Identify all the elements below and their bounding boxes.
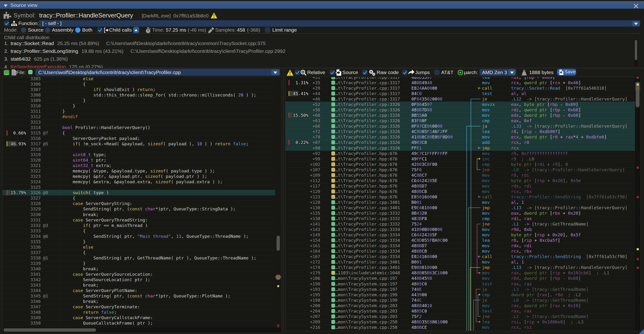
source-location-square[interactable]	[331, 227, 335, 231]
source-location-square[interactable]	[331, 298, 335, 302]
asm-source-location[interactable]: …t\TracyProfiler.cpp:3332	[335, 221, 400, 227]
sample-annotation[interactable]: @6	[43, 233, 48, 239]
sample-annotation[interactable]: @3	[43, 223, 48, 228]
sample-annotation[interactable]: @1	[43, 255, 48, 261]
source-location-square[interactable]	[331, 77, 335, 79]
source-location-square[interactable]	[331, 315, 335, 319]
asm-source-location[interactable]: …t\TracyProfiler.cpp:3334	[335, 254, 400, 259]
source-location-square[interactable]	[331, 244, 335, 248]
source-line-row[interactable]: 3338@1 SendString( ptr, GetThreadName( p…	[2, 255, 275, 261]
source-location-square[interactable]	[331, 260, 335, 264]
mode-radio-source-label[interactable]: Source	[28, 27, 44, 33]
child-call-item[interactable]: 4.KeSynchronizeExecution125 µs (0.27%)	[0, 64, 628, 68]
assembly-vertical-scrollbar[interactable]	[635, 77, 640, 331]
source-location-square[interactable]	[331, 113, 335, 117]
source-label[interactable]: Source	[342, 70, 358, 75]
source-line-row[interactable]: 3307 if( shouldExit ) return;	[2, 87, 275, 92]
child-call-name[interactable]: stat64i32625 µs (1.36%)	[11, 56, 68, 62]
function-combo[interactable]: [ - self - ]	[39, 20, 640, 27]
asm-source-location[interactable]: …t\TracyProfiler.cpp:3334	[335, 243, 400, 248]
asm-source-location[interactable]: …t\TracyProfiler.cpp:3332	[335, 210, 400, 216]
source-line-row[interactable]: 3310 }	[2, 103, 275, 109]
source-location-square[interactable]	[331, 81, 335, 85]
asm-source-location[interactable]: …t\TracyProfiler.hpp:676	[335, 156, 398, 162]
source-checkbox[interactable]	[330, 70, 335, 75]
source-location-square[interactable]	[331, 216, 335, 220]
source-vertical-scrollbar[interactable]	[275, 77, 281, 327]
asm-source-location[interactable]: …t\TracyProfiler.hpp:676	[335, 178, 398, 183]
asm-source-location[interactable]: …t\TracyProfiler.cpp:3334	[335, 227, 400, 232]
mode-radio-source[interactable]	[21, 27, 26, 33]
source-location-square[interactable]	[331, 168, 335, 172]
source-location-square[interactable]	[331, 255, 335, 259]
jumps-label[interactable]: Jumps	[415, 70, 430, 75]
asm-source-location[interactable]: …t\TracyProfiler.cpp:3401	[335, 265, 400, 270]
asm-source-location[interactable]: …t\TracyProfiler.cpp:3326	[335, 118, 400, 123]
source-location-square[interactable]	[331, 178, 335, 182]
source-location-square[interactable]	[331, 195, 335, 199]
close-icon[interactable]	[633, 3, 638, 9]
asm-source-location[interactable]: …t\TracyProfiler.cpp:3317	[335, 85, 400, 91]
source-line-row[interactable]: 3341 case ServerQuerySourceLocation:	[2, 272, 275, 277]
source-location-square[interactable]	[331, 86, 335, 90]
collapse-up-button[interactable]	[133, 27, 139, 33]
asm-source-location[interactable]: …1103\include\atomic:1048	[335, 270, 400, 276]
mode-radio-both[interactable]	[75, 27, 80, 33]
rawcode-label[interactable]: Raw code	[377, 70, 399, 75]
source-line-row[interactable]: 3305 else	[2, 77, 275, 81]
asm-source-location[interactable]: …t\TracyProfiler.cpp:3401	[335, 205, 400, 210]
source-line-row[interactable]: 3342 SendSourceLocation( ptr );	[2, 277, 275, 282]
source-location-square[interactable]	[331, 162, 335, 166]
mode-radio-assembly[interactable]	[45, 27, 50, 33]
asm-source-location[interactable]: …t\TracyProfiler.cpp:3317	[335, 80, 400, 85]
source-line-row[interactable]: 3331 case ServerQueryThreadString:	[2, 217, 275, 223]
asm-source-location[interactable]: …t\TracyProfiler.cpp:3317	[335, 91, 400, 96]
uarch-combo[interactable]: AMD Zen 3	[480, 69, 516, 76]
asm-source-location[interactable]: …t\TracyProfiler.cpp:3326	[335, 145, 400, 151]
source-line-row[interactable]: 3333 {	[2, 228, 275, 233]
asm-source-location[interactable]: …t\TracyProfiler.cpp:3332	[335, 216, 400, 221]
att-label[interactable]: AT&T	[441, 70, 454, 75]
asm-source-location[interactable]: …mon\TracySystem.cpp:203	[335, 308, 398, 314]
source-horizontal-scrollbar[interactable]	[3, 328, 281, 332]
source-line-row[interactable]: 3311}	[2, 109, 275, 114]
source-line-row[interactable]: 3325	[2, 184, 275, 190]
asm-source-location[interactable]: …t\TracyProfiler.cpp:3334	[335, 248, 400, 254]
limit-range-checkbox[interactable]	[265, 27, 270, 32]
source-location-square[interactable]	[331, 184, 335, 188]
asm-source-location[interactable]: …t\TracyProfiler.cpp:3334	[335, 238, 400, 243]
relative-label[interactable]: Relative	[307, 70, 325, 75]
source-line-row[interactable]: 3334@6 SendString( ptr, "Main thread", 1…	[2, 233, 275, 239]
asm-source-location[interactable]: …mon\TracySystem.cpp:199	[335, 298, 398, 303]
child-calls-label[interactable]: Child calls	[109, 27, 132, 33]
asm-source-location[interactable]: …t\TracyProfiler.hpp:676	[335, 162, 398, 167]
source-line-row[interactable]: 3328 case ServerQueryString:	[2, 201, 275, 206]
source-line-row[interactable]: 3313	[2, 119, 275, 125]
asm-source-location[interactable]: …t\TracyProfiler.cpp:3401	[335, 199, 400, 205]
file-path-combo[interactable]: C:\Users\wolf\Desktop\darkrl\contrib\tra…	[36, 69, 280, 76]
source-location-square[interactable]	[331, 135, 335, 139]
source-location-square[interactable]	[331, 276, 335, 280]
source-location-square[interactable]	[331, 108, 335, 112]
file-combo-arrow-icon[interactable]	[271, 69, 279, 75]
asm-source-location[interactable]: …mon\TracySystem.cpp:258	[335, 319, 398, 325]
source-line-row[interactable]: 3322 memcpy( &type, &payload.type, sizeo…	[2, 168, 275, 173]
source-location-square[interactable]	[331, 206, 335, 210]
title-bar[interactable]: Source view	[0, 1, 644, 9]
asm-source-location[interactable]: …t\TracyProfiler.cpp:3326	[335, 123, 400, 129]
limit-range-label[interactable]: Limit range	[272, 27, 297, 33]
asm-source-location[interactable]: …mon\TracySystem.cpp:197	[335, 287, 398, 292]
source-location-square[interactable]	[331, 140, 335, 144]
source-line-row[interactable]: 3316 ServerQueryPacket payload;	[2, 136, 275, 141]
source-line-row[interactable]: 3329 SendString( ptr, (const char*)ptr, …	[2, 206, 275, 212]
mode-radio-assembly-label[interactable]: Assembly	[52, 27, 74, 33]
child-call-name[interactable]: KeSynchronizeExecution125 µs (0.27%)	[11, 64, 103, 68]
sample-annotation[interactable]: @5	[43, 141, 48, 147]
asm-source-location[interactable]: …mon\TracySystem.cpp:258	[335, 325, 398, 330]
source-location-square[interactable]	[331, 222, 335, 226]
source-line-row[interactable]: 15.79%3326@9 switch( type )	[2, 190, 275, 195]
source-location-square[interactable]	[331, 146, 335, 150]
asm-source-location[interactable]: …t\TracyProfiler.hpp:676	[335, 194, 398, 199]
source-line-row[interactable]: 3345@1 SendString( ptr, (const char*)ptr…	[2, 293, 275, 299]
source-line-row[interactable]: 3319 uint8_t type;	[2, 152, 275, 157]
